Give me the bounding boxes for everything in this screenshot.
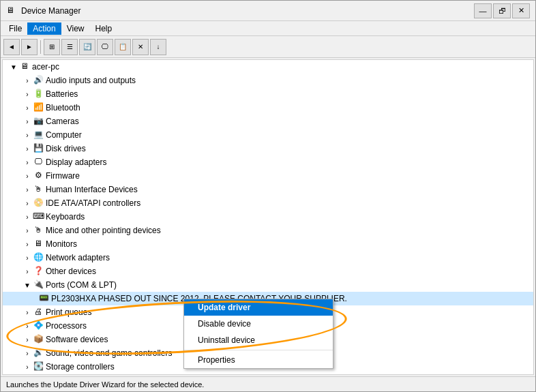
- audio-icon: 🔊: [33, 75, 44, 86]
- tree-item-firmware[interactable]: › ⚙ Firmware: [3, 169, 533, 183]
- arrow[interactable]: ›: [22, 91, 33, 98]
- title-bar-text: Device Manager: [21, 6, 474, 16]
- arrow[interactable]: ›: [22, 132, 33, 139]
- scan-button[interactable]: ⊞: [44, 39, 60, 55]
- context-menu-disable[interactable]: Disable device: [184, 316, 333, 332]
- arrow[interactable]: ›: [22, 186, 33, 194]
- firmware-label: Firmware: [46, 171, 80, 181]
- menu-view[interactable]: View: [61, 22, 90, 35]
- tree-item-ports[interactable]: ▼ 🔌 Ports (COM & LPT): [3, 278, 533, 292]
- tree-item-mice[interactable]: › 🖱 Mice and other pointing devices: [3, 224, 533, 237]
- software-icon: 📦: [33, 334, 44, 345]
- arrow[interactable]: ›: [22, 172, 33, 180]
- arrow[interactable]: ›: [22, 159, 33, 166]
- arrow[interactable]: ›: [22, 363, 33, 371]
- title-bar: 🖥 Device Manager — 🗗 ✕: [1, 1, 535, 21]
- tree-item-monitors[interactable]: › 🖥 Monitors: [3, 237, 533, 251]
- arrow[interactable]: ›: [22, 309, 33, 316]
- disable-button[interactable]: 📋: [115, 39, 131, 55]
- other-label: Other devices: [46, 267, 96, 276]
- close-button[interactable]: ✕: [512, 3, 530, 18]
- menu-action[interactable]: Action: [27, 22, 61, 35]
- context-menu-sep: [184, 350, 333, 350]
- ports-label: Ports (COM & LPT): [46, 280, 117, 290]
- minimize-button[interactable]: —: [474, 3, 492, 18]
- tree-item-hid[interactable]: › 🖱 Human Interface Devices: [3, 183, 533, 196]
- disk-label: Disk drives: [46, 144, 86, 153]
- ide-label: IDE ATA/ATAPI controllers: [46, 198, 140, 208]
- arrow[interactable]: ›: [22, 350, 33, 357]
- keyboards-label: Keyboards: [46, 212, 85, 222]
- arrow[interactable]: ›: [22, 241, 33, 248]
- arrow[interactable]: ▼: [22, 282, 33, 289]
- sound-label: Sound, video and game controllers: [46, 348, 172, 358]
- arrow[interactable]: ›: [22, 77, 33, 85]
- arrow[interactable]: ›: [22, 145, 33, 153]
- arrow[interactable]: ›: [22, 322, 33, 330]
- arrow[interactable]: ›: [22, 336, 33, 344]
- tree-item-other[interactable]: › ❓ Other devices: [3, 265, 533, 278]
- forward-button[interactable]: ►: [21, 39, 38, 55]
- tree-item-keyboards[interactable]: › ⌨ Keyboards: [3, 210, 533, 224]
- tree-item-bluetooth[interactable]: › 📶 Bluetooth: [3, 101, 533, 115]
- tree-item-audio[interactable]: › 🔊 Audio inputs and outputs: [3, 74, 533, 87]
- disk-icon: 💾: [33, 143, 44, 154]
- menu-help[interactable]: Help: [90, 22, 118, 35]
- tree-item-ide[interactable]: › 📀 IDE ATA/ATAPI controllers: [3, 196, 533, 210]
- monitor-icon: 🖥: [33, 239, 44, 250]
- arrow[interactable]: ›: [22, 268, 33, 275]
- context-menu-uninstall[interactable]: Uninstall device: [184, 332, 333, 348]
- toolbar: ◄ ► ⊞ ☰ 🔄 🖵 📋 ✕ ↓: [1, 36, 535, 58]
- audio-label: Audio inputs and outputs: [46, 76, 136, 85]
- enable-button[interactable]: 🖵: [97, 39, 113, 55]
- title-bar-controls: — 🗗 ✕: [474, 3, 530, 18]
- tree-item-computer[interactable]: › 💻 Computer: [3, 128, 533, 142]
- props-button[interactable]: ☰: [61, 39, 78, 55]
- tree-item-cameras[interactable]: › 📷 Cameras: [3, 115, 533, 128]
- menu-file[interactable]: File: [3, 22, 27, 35]
- print-label: Print queues: [46, 307, 91, 317]
- arrow[interactable]: ›: [22, 254, 33, 262]
- context-menu-update-driver[interactable]: Update driver: [184, 299, 333, 316]
- device-icon: 📟: [38, 293, 49, 304]
- tree-item-display[interactable]: › 🖵 Display adapters: [3, 155, 533, 169]
- toolbar-sep-1: [40, 40, 41, 54]
- battery-icon: 🔋: [33, 89, 44, 100]
- bluetooth-icon: 📶: [33, 102, 44, 113]
- arrow[interactable]: ›: [22, 227, 33, 235]
- tree-item-batteries[interactable]: › 🔋 Batteries: [3, 87, 533, 101]
- tree-item-disk[interactable]: › 💾 Disk drives: [3, 142, 533, 155]
- restore-button[interactable]: 🗗: [493, 3, 511, 18]
- scan-changes-button[interactable]: ↓: [150, 39, 166, 55]
- display-label: Display adapters: [46, 157, 106, 167]
- keyboard-icon: ⌨: [33, 211, 44, 222]
- arrow[interactable]: ›: [22, 118, 33, 125]
- root-label: acer-pc: [32, 62, 59, 72]
- hid-icon: 🖱: [33, 184, 44, 195]
- arrow[interactable]: ›: [22, 200, 33, 207]
- tree-container[interactable]: ▼ 🖥 acer-pc › 🔊 Audio inputs and outputs…: [2, 59, 534, 375]
- uninstall-button[interactable]: ✕: [132, 39, 149, 55]
- menu-bar: File Action View Help: [1, 21, 535, 36]
- tree-item-system[interactable]: › ⚙ System devices: [3, 374, 533, 375]
- update-driver-button[interactable]: 🔄: [79, 39, 95, 55]
- network-label: Network adapters: [46, 253, 110, 262]
- ports-icon: 🔌: [33, 280, 44, 290]
- status-text: Launches the Update Driver Wizard for th…: [6, 380, 204, 389]
- tree-root[interactable]: ▼ 🖥 acer-pc: [3, 60, 533, 74]
- back-button[interactable]: ◄: [3, 39, 20, 55]
- mice-label: Mice and other pointing devices: [46, 226, 161, 235]
- root-arrow[interactable]: ▼: [8, 63, 19, 71]
- tree-item-network[interactable]: › 🌐 Network adapters: [3, 251, 533, 265]
- title-bar-icon: 🖥: [6, 5, 17, 16]
- storage-icon: 💽: [33, 361, 44, 372]
- arrow[interactable]: ›: [22, 104, 33, 112]
- batteries-label: Batteries: [46, 89, 78, 99]
- storage-label: Storage controllers: [46, 362, 115, 372]
- arrow[interactable]: ›: [22, 213, 33, 221]
- other-icon: ❓: [33, 266, 44, 277]
- context-menu-properties[interactable]: Properties: [184, 352, 333, 368]
- mice-icon: 🖱: [33, 225, 44, 236]
- status-bar: Launches the Update Driver Wizard for th…: [1, 376, 535, 391]
- monitors-label: Monitors: [46, 239, 77, 249]
